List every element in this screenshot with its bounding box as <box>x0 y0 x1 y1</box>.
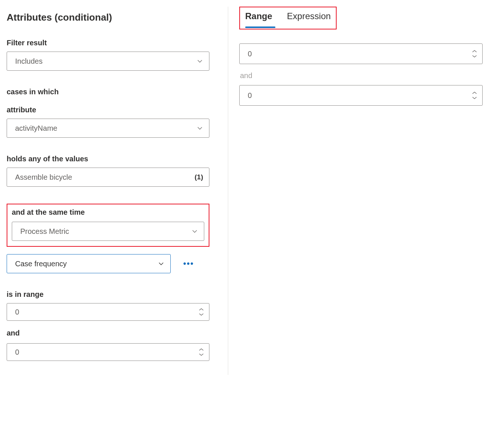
spin-down-icon[interactable] <box>197 352 205 357</box>
holds-values-text: Assemble bicycle <box>15 173 72 181</box>
attribute-select[interactable]: activityName <box>7 119 209 138</box>
same-time-label: and at the same time <box>12 208 204 217</box>
is-in-range-label: is in range <box>7 290 209 299</box>
range-to-input[interactable]: 0 <box>7 343 209 361</box>
spin-down-icon[interactable] <box>470 54 479 59</box>
range-to-value: 0 <box>15 348 19 356</box>
page-title: Attributes (conditional) <box>7 12 209 23</box>
spin-up-icon[interactable] <box>197 307 205 312</box>
spin-up-icon[interactable] <box>197 347 205 352</box>
spin-down-icon[interactable] <box>197 312 205 317</box>
case-frequency-value: Case frequency <box>15 260 67 267</box>
spin-up-icon[interactable] <box>470 90 479 95</box>
attribute-value: activityName <box>15 124 57 132</box>
vertical-divider <box>228 7 228 375</box>
tab-expression[interactable]: Expression <box>287 11 331 27</box>
holds-values-input[interactable]: Assemble bicycle (1) <box>7 168 209 187</box>
right-range-from-value: 0 <box>248 50 252 57</box>
and-label: and <box>7 329 209 337</box>
spin-up-icon[interactable] <box>470 49 479 54</box>
chevron-down-icon <box>158 260 164 267</box>
chevron-down-icon <box>191 228 198 235</box>
chevron-down-icon <box>197 125 203 131</box>
more-options-icon[interactable]: ••• <box>183 259 194 268</box>
chevron-down-icon <box>197 58 203 64</box>
right-range-to-value: 0 <box>248 92 252 99</box>
holds-values-label: holds any of the values <box>7 155 209 163</box>
filter-result-label: Filter result <box>7 39 209 47</box>
case-frequency-select[interactable]: Case frequency <box>7 254 171 273</box>
right-and-label: and <box>240 71 483 80</box>
filter-result-select[interactable]: Includes <box>7 52 209 71</box>
spin-down-icon[interactable] <box>470 95 479 101</box>
tab-range[interactable]: Range <box>245 11 272 27</box>
range-from-input[interactable]: 0 <box>7 303 209 321</box>
same-time-highlight: and at the same time Process Metric <box>7 204 209 247</box>
tabs-highlight: Range Expression <box>239 7 337 29</box>
cases-in-which-label: cases in which <box>7 88 209 96</box>
holds-values-count: (1) <box>195 173 203 181</box>
right-range-to-input[interactable]: 0 <box>239 85 483 106</box>
same-time-value: Process Metric <box>20 228 69 235</box>
filter-result-value: Includes <box>15 57 43 65</box>
range-from-value: 0 <box>15 308 19 316</box>
same-time-select[interactable]: Process Metric <box>12 222 204 241</box>
attribute-label: attribute <box>7 106 209 114</box>
right-range-from-input[interactable]: 0 <box>239 43 483 64</box>
